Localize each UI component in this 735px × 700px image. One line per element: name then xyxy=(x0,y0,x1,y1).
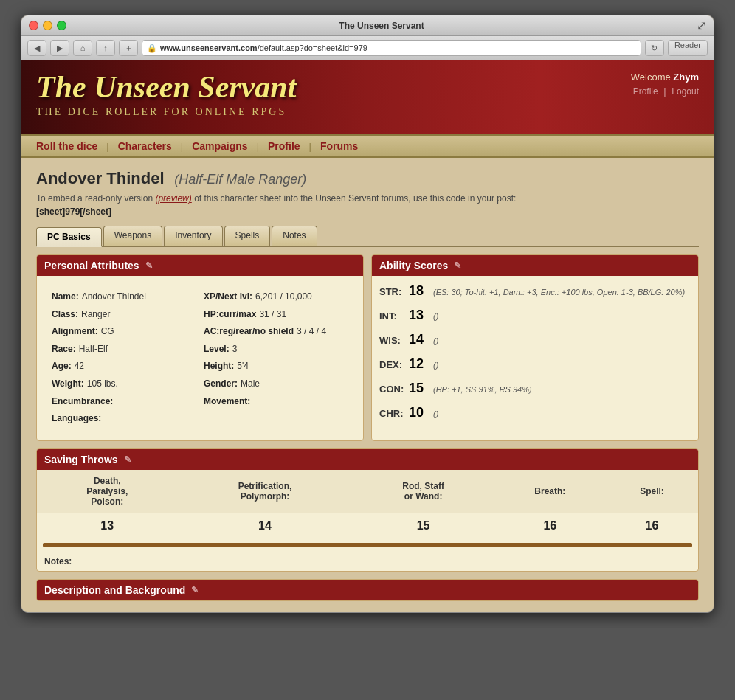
dex-label: DEX: xyxy=(379,359,409,370)
tab-pc-basics[interactable]: PC Basics xyxy=(36,227,102,247)
save-death-val: 13 xyxy=(37,513,177,538)
nav-campaigns[interactable]: Campaigns xyxy=(192,140,247,152)
str-score: 18 xyxy=(409,283,427,299)
minimize-button[interactable] xyxy=(43,21,52,30)
attr-race-value: Half-Elf xyxy=(79,342,108,358)
add-tab-button[interactable]: ＋ xyxy=(119,40,138,56)
attr-ac-value: 3 / 4 / 4 xyxy=(297,324,326,340)
save-breath-val: 16 xyxy=(494,513,606,538)
attr-name: Name: Andover Thindel xyxy=(52,289,196,305)
content-area: Andover Thindel (Half-Elf Male Ranger) T… xyxy=(21,158,714,612)
tab-inventory[interactable]: Inventory xyxy=(164,226,222,246)
attr-empty xyxy=(204,411,348,427)
share-button[interactable]: ↑ xyxy=(96,40,115,56)
back-button[interactable]: ◀ xyxy=(27,40,46,56)
preview-link[interactable]: (preview) xyxy=(155,193,191,204)
attr-movement-label: Movement: xyxy=(204,394,250,410)
username: Zhym xyxy=(673,72,699,83)
logout-link[interactable]: Logout xyxy=(672,86,699,97)
url-domain: www.unseenservant.com/default.asp?do=she… xyxy=(160,44,368,52)
home-button[interactable]: ⌂ xyxy=(73,40,92,56)
personal-attributes-content: Name: Andover Thindel XP/Next lvl: 6,201… xyxy=(37,276,363,440)
str-label: STR: xyxy=(379,286,409,297)
save-values-row: 13 14 15 16 16 xyxy=(37,513,698,538)
attr-gender-value: Male xyxy=(241,376,260,392)
refresh-button[interactable]: ↻ xyxy=(645,40,664,56)
ability-scores-header: Ability Scores ✎ xyxy=(372,255,698,276)
nav-characters[interactable]: Characters xyxy=(118,140,172,152)
forward-button[interactable]: ▶ xyxy=(50,40,69,56)
char-name-row: Andover Thindel (Half-Elf Male Ranger) xyxy=(36,169,699,188)
save-rod-val: 15 xyxy=(353,513,494,538)
site-branding: The Unseen Servant The dice roller for o… xyxy=(36,72,296,118)
reader-button[interactable]: Reader xyxy=(668,40,708,56)
wis-score: 14 xyxy=(409,332,427,347)
attr-height-value: 5'4 xyxy=(237,358,249,375)
ability-str: STR: 18 (ES: 30; To-hit: +1, Dam.: +3, E… xyxy=(379,283,691,302)
browser-window: The Unseen Servant ⤢ ◀ ▶ ⌂ ↑ ＋ 🔒 www.uns… xyxy=(21,15,714,613)
nav-profile[interactable]: Profile xyxy=(268,140,300,152)
dex-detail: () xyxy=(433,361,438,370)
character-name: Andover Thindel xyxy=(36,169,165,187)
edit-saves-icon[interactable]: ✎ xyxy=(124,454,131,465)
description-section: Description and Background ✎ xyxy=(36,579,699,601)
nav-bar: Roll the dice | Characters | Campaigns |… xyxy=(21,134,714,158)
tab-spells[interactable]: Spells xyxy=(224,226,271,246)
edit-description-icon[interactable]: ✎ xyxy=(191,585,199,595)
attr-alignment-label: Alignment: xyxy=(52,324,98,340)
attr-weight: Weight: 105 lbs. xyxy=(52,376,196,392)
browser-toolbar: ◀ ▶ ⌂ ↑ ＋ 🔒 www.unseenservant.com/defaul… xyxy=(21,36,714,60)
int-detail: () xyxy=(433,312,438,321)
tab-notes[interactable]: Notes xyxy=(272,226,317,246)
site-header: The Unseen Servant The dice roller for o… xyxy=(21,60,714,134)
attr-xp-value: 6,201 / 10,000 xyxy=(255,289,312,305)
attr-class-value: Ranger xyxy=(81,307,110,323)
ability-scores-section: Ability Scores ✎ STR: 18 (ES: 30; To-hit… xyxy=(371,254,699,441)
nav-forums[interactable]: Forums xyxy=(320,140,358,152)
save-notes: Notes: xyxy=(37,552,698,571)
attr-hp: HP:curr/max 31 / 31 xyxy=(204,307,348,323)
maximize-button[interactable] xyxy=(57,21,66,30)
saving-throws-title: Saving Throws xyxy=(44,454,118,465)
attr-encumbrance: Encumbrance: xyxy=(52,394,196,410)
attr-level: Level: 3 xyxy=(204,342,348,358)
personal-attributes-title: Personal Attributes xyxy=(44,260,139,271)
profile-link[interactable]: Profile xyxy=(633,86,658,97)
save-notes-label: Notes: xyxy=(44,556,72,566)
attr-xp: XP/Next lvl: 6,201 / 10,000 xyxy=(204,289,348,305)
saving-throws-table: Death,Paralysis,Poison: Petrification,Po… xyxy=(37,470,698,552)
edit-ability-icon[interactable]: ✎ xyxy=(454,260,461,271)
save-header-row: Death,Paralysis,Poison: Petrification,Po… xyxy=(37,470,698,513)
nav-roll[interactable]: Roll the dice xyxy=(36,140,97,152)
nav-sep-4: | xyxy=(309,141,311,152)
zoom-icon[interactable]: ⤢ xyxy=(697,18,706,32)
attr-ac-label: AC:reg/rear/no shield xyxy=(204,324,294,340)
int-label: INT: xyxy=(379,311,409,322)
description-title: Description and Background xyxy=(44,584,185,596)
attr-hp-label: HP:curr/max xyxy=(204,307,256,323)
wis-label: WIS: xyxy=(379,335,409,346)
attr-gender-label: Gender: xyxy=(204,376,238,392)
main-sections: Personal Attributes ✎ Name: Andover Thin… xyxy=(36,254,699,441)
save-col-breath: Breath: xyxy=(494,470,606,513)
save-petri-val: 14 xyxy=(177,513,352,538)
wis-detail: () xyxy=(433,336,438,345)
str-detail: (ES: 30; To-hit: +1, Dam.: +3, Enc.: +10… xyxy=(433,288,685,297)
tab-weapons[interactable]: Weapons xyxy=(103,226,162,246)
attr-gender: Gender: Male xyxy=(204,376,348,392)
attr-xp-label: XP/Next lvl: xyxy=(204,289,252,305)
description-header: Description and Background ✎ xyxy=(37,580,698,600)
dex-score: 12 xyxy=(409,356,427,372)
close-button[interactable] xyxy=(29,21,38,30)
ability-scores-content: STR: 18 (ES: 30; To-hit: +1, Dam.: +3, E… xyxy=(372,276,698,437)
user-area: Welcome Zhym Profile | Logout xyxy=(631,72,699,97)
url-bar[interactable]: 🔒 www.unseenservant.com/default.asp?do=s… xyxy=(142,40,641,56)
attr-race-label: Race: xyxy=(52,342,76,358)
attr-race: Race: Half-Elf xyxy=(52,342,196,358)
int-score: 13 xyxy=(409,308,427,323)
attr-class: Class: Ranger xyxy=(52,307,196,323)
attr-languages-label: Languages: xyxy=(52,411,101,427)
welcome-prefix: Welcome xyxy=(631,72,674,83)
ability-int: INT: 13 () xyxy=(379,308,691,326)
edit-personal-icon[interactable]: ✎ xyxy=(145,260,153,271)
